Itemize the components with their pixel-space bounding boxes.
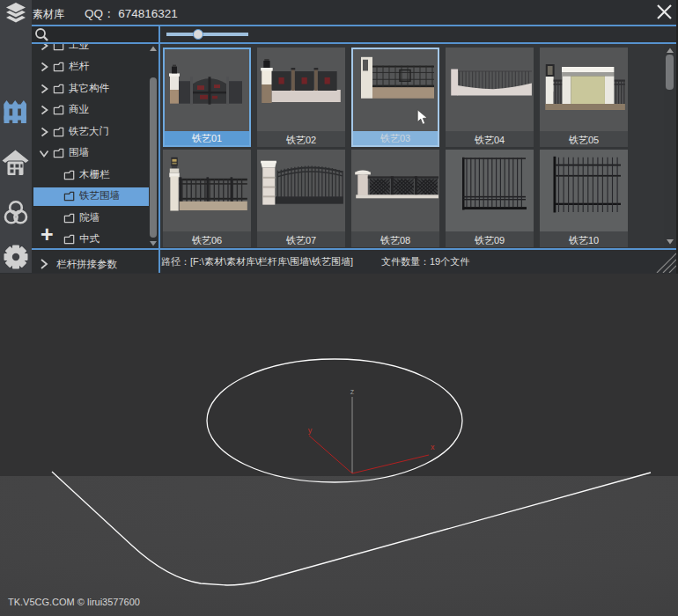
svg-text:z: z [350, 387, 355, 396]
svg-text:x: x [431, 443, 435, 451]
svg-text:y: y [308, 426, 313, 435]
